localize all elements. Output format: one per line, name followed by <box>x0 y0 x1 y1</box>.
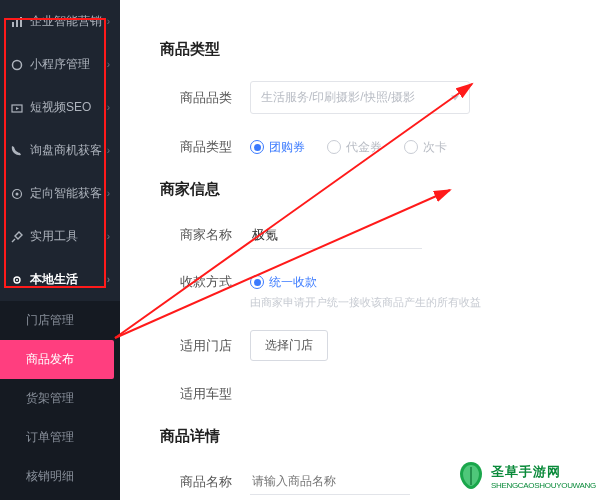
product-type-option-2[interactable]: 次卡 <box>404 139 447 156</box>
radio-label: 代金券 <box>346 139 382 156</box>
chevron-right-icon: › <box>107 274 110 285</box>
watermark-logo-icon <box>453 458 489 494</box>
select-category[interactable]: 生活服务/印刷摄影/快照/摄影 <box>250 81 470 114</box>
radio-label: 团购券 <box>269 139 305 156</box>
sidebar-item-label: 短视频SEO <box>30 99 107 116</box>
sidebar-submenu: 门店管理商品发布货架管理订单管理核销明细退款管理 <box>0 301 120 500</box>
label-merchant-name: 商家名称 <box>160 226 232 244</box>
svg-rect-0 <box>12 22 14 27</box>
target-icon <box>10 187 24 201</box>
label-car-type: 适用车型 <box>160 385 232 403</box>
radio-dot-icon <box>327 140 341 154</box>
watermark-url: SHENGCAOSHOUYOUWANG <box>491 481 596 490</box>
video-icon <box>10 101 24 115</box>
sidebar-sub-item-1[interactable]: 商品发布 <box>0 340 114 379</box>
main-content: 商品类型 商品品类 生活服务/印刷摄影/快照/摄影 商品类型 团购券代金券次卡 … <box>120 0 602 500</box>
label-product-name: 商品名称 <box>160 473 232 491</box>
row-store: 适用门店 选择门店 <box>160 330 582 361</box>
svg-rect-2 <box>20 17 22 27</box>
svg-point-3 <box>13 60 22 69</box>
sidebar-item-4[interactable]: 定向智能获客› <box>0 172 120 215</box>
watermark: 圣草手游网 SHENGCAOSHOUYOUWANG <box>453 458 596 494</box>
row-type: 商品类型 团购券代金券次卡 <box>160 138 582 156</box>
pay-method-option-0[interactable]: 统一收款 <box>250 274 317 291</box>
sidebar-sub-item-4[interactable]: 核销明细 <box>0 457 120 496</box>
product-type-option-0[interactable]: 团购券 <box>250 139 305 156</box>
sidebar-item-0[interactable]: 企业智能营销› <box>0 0 120 43</box>
sidebar-item-label: 询盘商机获客 <box>30 142 107 159</box>
sidebar-item-label: 定向智能获客 <box>30 185 107 202</box>
circle-icon <box>10 58 24 72</box>
section-title-product-detail: 商品详情 <box>160 427 582 446</box>
chevron-right-icon: › <box>107 145 110 156</box>
input-product-name[interactable] <box>250 468 410 495</box>
product-type-option-1[interactable]: 代金券 <box>327 139 382 156</box>
sidebar-item-2[interactable]: 短视频SEO› <box>0 86 120 129</box>
label-type: 商品类型 <box>160 138 232 156</box>
radio-dot-icon <box>404 140 418 154</box>
row-category: 商品品类 生活服务/印刷摄影/快照/摄影 <box>160 81 582 114</box>
radio-dot-icon <box>250 275 264 289</box>
sidebar-item-5[interactable]: 实用工具› <box>0 215 120 258</box>
watermark-text: 圣草手游网 <box>491 463 596 481</box>
chevron-right-icon: › <box>107 188 110 199</box>
row-merchant-name: 商家名称 <box>160 221 582 249</box>
svg-point-6 <box>16 192 19 195</box>
row-car-type: 适用车型 <box>160 385 582 403</box>
chevron-right-icon: › <box>107 231 110 242</box>
chart-bar-icon <box>10 15 24 29</box>
sidebar-sub-item-5[interactable]: 退款管理 <box>0 496 120 500</box>
radio-label: 统一收款 <box>269 274 317 291</box>
label-store: 适用门店 <box>160 337 232 355</box>
section-title-merchant: 商家信息 <box>160 180 582 199</box>
tool-icon <box>10 230 24 244</box>
hint-pay-method: 由商家申请开户统一接收该商品产生的所有收益 <box>250 295 582 310</box>
sidebar-sub-item-2[interactable]: 货架管理 <box>0 379 120 418</box>
label-pay-method: 收款方式 <box>160 273 232 291</box>
sidebar-sub-item-0[interactable]: 门店管理 <box>0 301 120 340</box>
sidebar-item-label: 小程序管理 <box>30 56 107 73</box>
section-title-product-type: 商品类型 <box>160 40 582 59</box>
radio-dot-icon <box>250 140 264 154</box>
sidebar-item-6[interactable]: 本地生活› <box>0 258 120 301</box>
input-merchant-name[interactable] <box>250 221 422 249</box>
chevron-right-icon: › <box>107 102 110 113</box>
sidebar-item-label: 本地生活 <box>30 271 107 288</box>
radio-label: 次卡 <box>423 139 447 156</box>
button-select-store[interactable]: 选择门店 <box>250 330 328 361</box>
sidebar-item-1[interactable]: 小程序管理› <box>0 43 120 86</box>
sidebar-sub-item-3[interactable]: 订单管理 <box>0 418 120 457</box>
sidebar: 企业智能营销›小程序管理›短视频SEO›询盘商机获客›定向智能获客›实用工具›本… <box>0 0 120 500</box>
phone-icon <box>10 144 24 158</box>
sidebar-item-label: 实用工具 <box>30 228 107 245</box>
label-category: 商品品类 <box>160 89 232 107</box>
svg-point-8 <box>16 279 18 281</box>
gear-open-icon <box>10 273 24 287</box>
row-pay-method: 收款方式 统一收款 <box>160 273 582 291</box>
chevron-right-icon: › <box>107 59 110 70</box>
sidebar-item-3[interactable]: 询盘商机获客› <box>0 129 120 172</box>
chevron-right-icon: › <box>107 16 110 27</box>
sidebar-item-label: 企业智能营销 <box>30 13 107 30</box>
svg-rect-1 <box>16 19 18 27</box>
